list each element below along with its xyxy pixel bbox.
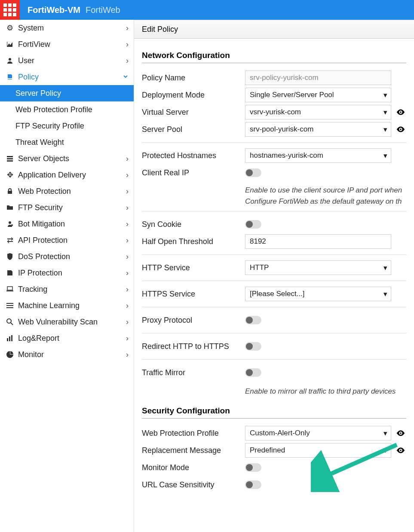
svg-rect-7: [8, 13, 12, 16]
chevron-right-icon: ›: [126, 40, 129, 49]
monitor-mode-toggle[interactable]: [245, 463, 261, 472]
svg-rect-25: [9, 336, 10, 341]
chevron-right-icon: ›: [126, 285, 129, 294]
svg-rect-18: [6, 290, 13, 291]
half-open-threshold-input[interactable]: [245, 234, 391, 249]
virtual-server-select[interactable]: vsrv-yurisk-com ▾: [245, 105, 391, 119]
select-value: Predefined: [250, 446, 285, 455]
sidebar-item-label: FTP Security: [18, 203, 63, 212]
chevron-right-icon: ›: [126, 24, 129, 33]
shield-icon: [5, 253, 15, 260]
chevron-right-icon: ›: [126, 203, 129, 212]
chevron-right-icon: ›: [126, 236, 129, 245]
policy-name-input[interactable]: [245, 70, 391, 85]
sidebar-item-label: Web Protection Profile: [15, 105, 92, 114]
sidebar-item-label: Bot Mitigation: [18, 220, 65, 229]
svg-point-29: [400, 432, 402, 434]
sidebar-item-machine-learning[interactable]: Machine Learning ›: [0, 297, 134, 314]
sidebar-item-ftp-security[interactable]: FTP Security ›: [0, 199, 134, 216]
https-service-select[interactable]: [Please Select...] ▾: [245, 287, 391, 301]
chevron-right-icon: ›: [126, 301, 129, 310]
caret-down-icon: ▾: [383, 429, 387, 438]
sidebar-item-user[interactable]: User ›: [0, 52, 134, 69]
svg-rect-19: [6, 303, 13, 304]
gear-icon: ⚙: [5, 23, 15, 33]
label-url-case-sensitivity: URL Case Sensitivity: [142, 480, 245, 489]
sidebar-item-dos-protection[interactable]: DoS Protection ›: [0, 248, 134, 265]
bot-icon: [5, 220, 15, 227]
sidebar-item-system[interactable]: ⚙ System ›: [0, 20, 134, 36]
app-subname: FortiWeb: [86, 5, 120, 15]
svg-rect-21: [6, 307, 13, 308]
svg-rect-8: [13, 13, 16, 16]
caret-down-icon: ▾: [383, 125, 387, 134]
sidebar-item-label: User: [18, 56, 34, 65]
select-value: HTTP: [250, 263, 269, 272]
replacement-message-select[interactable]: Predefined ▾: [245, 443, 391, 458]
svg-rect-6: [3, 13, 7, 16]
label-server-pool: Server Pool: [142, 125, 245, 134]
label-half-open-threshold: Half Open Threshold: [142, 237, 245, 246]
sidebar-item-application-delivery[interactable]: ✥ Application Delivery ›: [0, 167, 134, 183]
sidebar-subitem-web-protection-profile[interactable]: Web Protection Profile: [0, 101, 134, 118]
sidebar-item-fortiview[interactable]: FortiView ›: [0, 36, 134, 52]
main-panel: Edit Policy Network Configuration Policy…: [134, 20, 414, 532]
sidebar-item-web-vulnerability-scan[interactable]: Web Vulnerability Scan ›: [0, 314, 134, 330]
client-real-ip-help: Enable to use the client source IP and p…: [245, 185, 402, 207]
sidebar-item-label: FortiView: [18, 40, 50, 49]
sidebar-item-label: Machine Learning: [18, 301, 80, 310]
caret-down-icon: ▾: [383, 263, 387, 272]
caret-down-icon: ▾: [383, 151, 387, 160]
sidebar-subitem-server-policy[interactable]: Server Policy: [0, 85, 134, 101]
label-policy-name: Policy Name: [142, 73, 245, 83]
sidebar-item-bot-mitigation[interactable]: Bot Mitigation ›: [0, 216, 134, 232]
sidebar-item-log-report[interactable]: Log&Report ›: [0, 330, 134, 346]
svg-line-23: [11, 323, 13, 325]
page-title: Edit Policy: [134, 20, 414, 39]
ip-icon: [5, 269, 15, 276]
sidebar-item-label: Web Vulnerability Scan: [18, 318, 98, 327]
app-name: FortiWeb-VM: [28, 5, 80, 15]
view-icon[interactable]: [396, 445, 406, 456]
svg-rect-10: [8, 78, 12, 79]
protected-hostnames-select[interactable]: hostnames-yurisk-com ▾: [245, 148, 391, 163]
sidebar-item-label: Threat Weight: [15, 138, 64, 147]
view-icon[interactable]: [396, 107, 406, 117]
label-virtual-server: Virtual Server: [142, 108, 245, 117]
syn-cookie-toggle[interactable]: [245, 220, 261, 229]
sidebar-item-ip-protection[interactable]: IP Protection ›: [0, 265, 134, 281]
chevron-right-icon: ›: [126, 187, 129, 196]
url-case-sensitivity-toggle[interactable]: [245, 480, 261, 489]
client-real-ip-toggle[interactable]: [245, 168, 261, 177]
svg-point-9: [9, 58, 11, 61]
servers-icon: [5, 155, 15, 162]
server-pool-select[interactable]: srv-pool-yurisk-com ▾: [245, 122, 391, 137]
svg-rect-2: [13, 3, 16, 7]
sidebar-item-policy[interactable]: Policy: [0, 69, 134, 85]
sidebar-item-label: API Protection: [18, 236, 67, 245]
web-protection-profile-select[interactable]: Custom-Alert-Only ▾: [245, 426, 391, 440]
sidebar-item-monitor[interactable]: Monitor ›: [0, 346, 134, 363]
sidebar-subitem-ftp-security-profile[interactable]: FTP Security Profile: [0, 118, 134, 134]
label-deployment-mode: Deployment Mode: [142, 91, 245, 100]
svg-rect-11: [7, 156, 13, 157]
view-icon[interactable]: [396, 124, 406, 135]
swap-icon: ⇄: [5, 235, 15, 245]
svg-rect-24: [7, 338, 8, 341]
sidebar-item-tracking[interactable]: Tracking ›: [0, 281, 134, 297]
caret-down-icon: ▾: [383, 108, 387, 117]
traffic-mirror-toggle[interactable]: [245, 368, 261, 377]
sidebar-item-api-protection[interactable]: ⇄ API Protection ›: [0, 232, 134, 248]
traffic-mirror-help: Enable to mirror all traffic to third pa…: [245, 386, 396, 397]
redirect-http-https-toggle[interactable]: [245, 342, 261, 351]
sidebar-item-web-protection[interactable]: Web Protection ›: [0, 183, 134, 199]
chevron-down-icon: [123, 73, 129, 82]
sidebar-item-server-objects[interactable]: Server Objects ›: [0, 150, 134, 167]
view-icon[interactable]: [396, 428, 406, 438]
sidebar-subitem-threat-weight[interactable]: Threat Weight: [0, 134, 134, 150]
http-service-select[interactable]: HTTP ▾: [245, 260, 391, 275]
deployment-mode-select[interactable]: Single Server/Server Pool ▾: [245, 88, 391, 102]
proxy-protocol-toggle[interactable]: [245, 316, 261, 324]
svg-rect-17: [7, 287, 12, 290]
sidebar-item-label: Monitor: [18, 350, 44, 359]
